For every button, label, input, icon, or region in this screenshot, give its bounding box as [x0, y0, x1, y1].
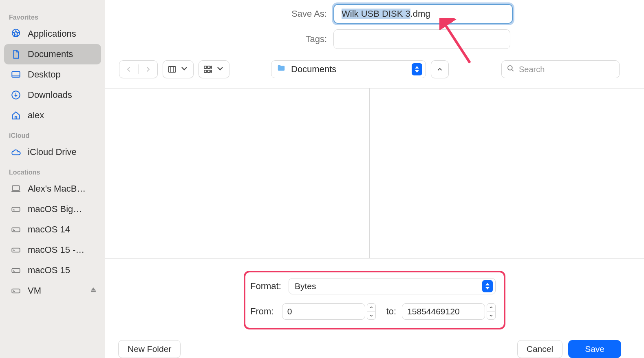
- svg-rect-11: [204, 66, 207, 69]
- sidebar-item-documents[interactable]: Documents: [4, 44, 101, 64]
- nav-buttons: [119, 60, 158, 78]
- sidebar-item-label: Downloads: [28, 90, 72, 100]
- svg-rect-4: [12, 208, 20, 212]
- svg-rect-12: [207, 66, 210, 69]
- svg-rect-7: [12, 269, 20, 273]
- home-icon: [10, 109, 22, 122]
- sidebar-item-label: macOS 14: [28, 224, 70, 235]
- folder-icon: [276, 64, 287, 75]
- search-box[interactable]: [501, 60, 620, 78]
- sidebar-item-home[interactable]: alex: [4, 105, 101, 126]
- stepper-down-icon[interactable]: [367, 312, 376, 320]
- format-panel: Format: Bytes From: to:: [244, 271, 505, 329]
- sidebar-section-locations: Locations: [0, 162, 105, 179]
- format-label: Format:: [250, 281, 289, 292]
- sidebar-item-vm[interactable]: VM: [4, 281, 101, 301]
- saveas-input[interactable]: Wilk USB DISK 3.dmg: [333, 4, 513, 24]
- toolbar: Documents: [105, 57, 644, 88]
- chevron-down-icon: [215, 64, 225, 75]
- sidebar-item-disk[interactable]: macOS 15: [4, 260, 101, 281]
- to-stepper[interactable]: [487, 303, 496, 320]
- sidebar-item-disk[interactable]: macOS 15 -…: [4, 240, 101, 260]
- disk-icon: [10, 264, 22, 276]
- stepper-up-icon[interactable]: [487, 303, 496, 312]
- svg-rect-9: [91, 291, 96, 292]
- svg-rect-5: [12, 228, 20, 232]
- tags-input[interactable]: [333, 29, 510, 49]
- sidebar: Favorites Applications Documents Desktop…: [0, 0, 105, 358]
- back-button[interactable]: [119, 60, 138, 78]
- location-popup[interactable]: Documents: [271, 60, 426, 78]
- sidebar-section-favorites: Favorites: [0, 7, 105, 24]
- sidebar-item-disk[interactable]: macOS 14: [4, 219, 101, 240]
- svg-rect-13: [211, 66, 212, 69]
- document-icon: [10, 48, 22, 60]
- applications-icon: [10, 28, 22, 40]
- from-stepper[interactable]: [367, 303, 376, 320]
- disk-icon: [10, 244, 22, 256]
- to-input[interactable]: [402, 303, 485, 320]
- chevron-down-icon: [179, 64, 189, 75]
- svg-rect-16: [211, 70, 212, 73]
- tags-label: Tags:: [130, 34, 333, 44]
- saveas-label: Save As:: [130, 9, 333, 19]
- sidebar-item-macbook[interactable]: Alex's MacB…: [4, 179, 101, 199]
- sidebar-item-label: Alex's MacB…: [28, 183, 86, 194]
- sidebar-item-label: Desktop: [28, 69, 61, 80]
- footer: New Folder Cancel Save: [105, 335, 644, 358]
- column-divider: [369, 88, 370, 258]
- from-label: From:: [250, 306, 282, 317]
- forward-button[interactable]: [139, 60, 157, 78]
- sidebar-item-label: Applications: [28, 29, 76, 39]
- stepper-down-icon[interactable]: [487, 312, 496, 320]
- updown-icon: [482, 280, 493, 292]
- sidebar-item-label: macOS 15: [28, 265, 70, 276]
- svg-rect-10: [168, 66, 176, 72]
- collapse-button[interactable]: [431, 60, 449, 78]
- updown-icon: [412, 63, 422, 75]
- laptop-icon: [10, 183, 22, 195]
- stepper-up-icon[interactable]: [367, 303, 376, 312]
- sidebar-item-label: Documents: [28, 49, 73, 60]
- eject-icon[interactable]: [90, 285, 97, 296]
- format-value: Bytes: [295, 281, 316, 291]
- downloads-icon: [10, 89, 22, 101]
- to-label: to:: [376, 306, 402, 317]
- svg-rect-8: [12, 289, 20, 293]
- sidebar-item-disk[interactable]: macOS Big…: [4, 199, 101, 219]
- file-browser[interactable]: [105, 88, 644, 259]
- search-icon: [507, 64, 515, 74]
- from-input[interactable]: [282, 303, 365, 320]
- cloud-icon: [10, 146, 22, 158]
- main-panel: Save As: Wilk USB DISK 3.dmg Tags:: [105, 0, 644, 358]
- cancel-button[interactable]: Cancel: [517, 340, 562, 358]
- sidebar-item-label: macOS 15 -…: [28, 245, 84, 255]
- sidebar-item-downloads[interactable]: Downloads: [4, 85, 101, 105]
- view-columns-button[interactable]: [163, 60, 194, 78]
- save-button[interactable]: Save: [568, 340, 621, 358]
- saveas-ext: .dmg: [410, 9, 430, 19]
- sidebar-item-applications[interactable]: Applications: [4, 24, 101, 44]
- disk-icon: [10, 223, 22, 236]
- svg-rect-15: [207, 70, 210, 73]
- format-select[interactable]: Bytes: [289, 278, 496, 294]
- sidebar-item-desktop[interactable]: Desktop: [4, 64, 101, 85]
- svg-rect-1: [12, 71, 20, 77]
- sidebar-item-label: macOS Big…: [28, 204, 82, 214]
- disk-icon: [10, 285, 22, 297]
- sidebar-section-icloud: iCloud: [0, 126, 105, 142]
- sidebar-item-label: VM: [28, 285, 41, 296]
- svg-rect-14: [204, 70, 207, 73]
- new-folder-button[interactable]: New Folder: [118, 340, 181, 358]
- view-group-button[interactable]: [198, 60, 229, 78]
- svg-point-17: [508, 66, 512, 70]
- location-label: Documents: [291, 64, 336, 75]
- desktop-icon: [10, 69, 22, 81]
- search-input[interactable]: [519, 65, 614, 74]
- svg-rect-6: [12, 248, 20, 252]
- saveas-selected-text: Wilk USB DISK 3: [342, 9, 410, 19]
- sidebar-item-label: alex: [28, 110, 44, 121]
- disk-icon: [10, 203, 22, 215]
- svg-rect-3: [12, 186, 19, 190]
- sidebar-item-icloud-drive[interactable]: iCloud Drive: [4, 142, 101, 162]
